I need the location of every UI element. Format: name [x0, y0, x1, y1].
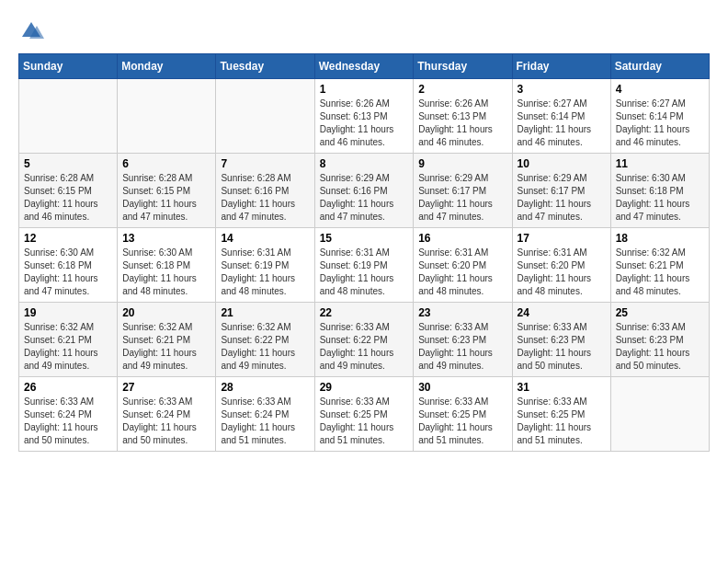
day-cell: 18Sunrise: 6:32 AMSunset: 6:21 PMDayligh…	[610, 228, 709, 303]
day-number: 11	[616, 157, 704, 170]
calendar-table: SundayMondayTuesdayWednesdayThursdayFrid…	[18, 53, 710, 452]
day-cell: 3Sunrise: 6:27 AMSunset: 6:14 PMDaylight…	[512, 79, 610, 154]
day-number: 29	[320, 381, 409, 394]
day-info: Sunrise: 6:33 AMSunset: 6:24 PMDaylight:…	[122, 396, 210, 447]
day-number: 6	[122, 157, 210, 170]
day-number: 21	[221, 306, 309, 319]
day-cell: 26Sunrise: 6:33 AMSunset: 6:24 PMDayligh…	[19, 377, 118, 452]
day-cell	[118, 79, 216, 154]
day-cell: 22Sunrise: 6:33 AMSunset: 6:22 PMDayligh…	[314, 303, 414, 377]
day-number: 10	[518, 157, 606, 170]
day-cell: 31Sunrise: 6:33 AMSunset: 6:25 PMDayligh…	[512, 377, 610, 452]
week-row-5: 26Sunrise: 6:33 AMSunset: 6:24 PMDayligh…	[19, 377, 710, 452]
day-info: Sunrise: 6:33 AMSunset: 6:23 PMDaylight:…	[418, 321, 506, 373]
calendar-body: 1Sunrise: 6:26 AMSunset: 6:13 PMDaylight…	[19, 79, 710, 452]
week-row-1: 1Sunrise: 6:26 AMSunset: 6:13 PMDaylight…	[19, 79, 710, 154]
logo-icon	[18, 18, 44, 44]
day-cell: 9Sunrise: 6:29 AMSunset: 6:17 PMDaylight…	[414, 154, 512, 228]
day-info: Sunrise: 6:30 AMSunset: 6:18 PMDaylight:…	[616, 172, 704, 224]
day-cell: 5Sunrise: 6:28 AMSunset: 6:15 PMDaylight…	[19, 154, 118, 228]
day-number: 16	[418, 232, 506, 245]
week-row-3: 12Sunrise: 6:30 AMSunset: 6:18 PMDayligh…	[19, 228, 710, 303]
day-number: 8	[320, 157, 409, 170]
day-number: 19	[24, 306, 112, 319]
day-number: 24	[518, 306, 606, 319]
day-cell: 6Sunrise: 6:28 AMSunset: 6:15 PMDaylight…	[118, 154, 216, 228]
day-info: Sunrise: 6:31 AMSunset: 6:19 PMDaylight:…	[320, 247, 409, 298]
day-cell: 8Sunrise: 6:29 AMSunset: 6:16 PMDaylight…	[314, 154, 414, 228]
day-info: Sunrise: 6:33 AMSunset: 6:23 PMDaylight:…	[616, 321, 704, 373]
day-info: Sunrise: 6:32 AMSunset: 6:21 PMDaylight:…	[122, 321, 210, 373]
day-info: Sunrise: 6:31 AMSunset: 6:20 PMDaylight:…	[518, 247, 606, 298]
day-cell: 23Sunrise: 6:33 AMSunset: 6:23 PMDayligh…	[414, 303, 512, 377]
day-number: 15	[320, 232, 409, 245]
day-cell: 19Sunrise: 6:32 AMSunset: 6:21 PMDayligh…	[19, 303, 118, 377]
day-number: 28	[221, 381, 309, 394]
day-cell: 4Sunrise: 6:27 AMSunset: 6:14 PMDaylight…	[610, 79, 709, 154]
day-number: 3	[518, 83, 606, 96]
day-cell: 15Sunrise: 6:31 AMSunset: 6:19 PMDayligh…	[314, 228, 414, 303]
day-info: Sunrise: 6:33 AMSunset: 6:22 PMDaylight:…	[320, 321, 409, 373]
day-number: 18	[616, 232, 704, 245]
day-info: Sunrise: 6:32 AMSunset: 6:21 PMDaylight:…	[616, 247, 704, 298]
day-info: Sunrise: 6:32 AMSunset: 6:21 PMDaylight:…	[24, 321, 112, 373]
day-info: Sunrise: 6:26 AMSunset: 6:13 PMDaylight:…	[418, 98, 506, 149]
day-info: Sunrise: 6:30 AMSunset: 6:18 PMDaylight:…	[122, 247, 210, 298]
day-cell: 13Sunrise: 6:30 AMSunset: 6:18 PMDayligh…	[118, 228, 216, 303]
day-info: Sunrise: 6:33 AMSunset: 6:23 PMDaylight:…	[518, 321, 606, 373]
logo	[18, 18, 48, 44]
week-row-4: 19Sunrise: 6:32 AMSunset: 6:21 PMDayligh…	[19, 303, 710, 377]
day-info: Sunrise: 6:33 AMSunset: 6:25 PMDaylight:…	[320, 396, 409, 447]
day-info: Sunrise: 6:27 AMSunset: 6:14 PMDaylight:…	[518, 98, 606, 149]
day-cell: 25Sunrise: 6:33 AMSunset: 6:23 PMDayligh…	[610, 303, 709, 377]
day-number: 12	[24, 232, 112, 245]
day-info: Sunrise: 6:30 AMSunset: 6:18 PMDaylight:…	[24, 247, 112, 298]
day-info: Sunrise: 6:29 AMSunset: 6:17 PMDaylight:…	[518, 172, 606, 224]
day-info: Sunrise: 6:32 AMSunset: 6:22 PMDaylight:…	[221, 321, 309, 373]
weekday-wednesday: Wednesday	[314, 54, 414, 79]
day-number: 31	[518, 381, 606, 394]
day-number: 9	[418, 157, 506, 170]
day-info: Sunrise: 6:28 AMSunset: 6:15 PMDaylight:…	[24, 172, 112, 224]
weekday-friday: Friday	[512, 54, 610, 79]
week-row-2: 5Sunrise: 6:28 AMSunset: 6:15 PMDaylight…	[19, 154, 710, 228]
day-cell: 1Sunrise: 6:26 AMSunset: 6:13 PMDaylight…	[314, 79, 414, 154]
day-cell: 27Sunrise: 6:33 AMSunset: 6:24 PMDayligh…	[118, 377, 216, 452]
day-cell: 29Sunrise: 6:33 AMSunset: 6:25 PMDayligh…	[314, 377, 414, 452]
day-number: 22	[320, 306, 409, 319]
day-number: 4	[616, 83, 704, 96]
day-info: Sunrise: 6:28 AMSunset: 6:16 PMDaylight:…	[221, 172, 309, 224]
day-info: Sunrise: 6:33 AMSunset: 6:24 PMDaylight:…	[221, 396, 309, 447]
day-number: 14	[221, 232, 309, 245]
day-cell: 10Sunrise: 6:29 AMSunset: 6:17 PMDayligh…	[512, 154, 610, 228]
day-number: 25	[616, 306, 704, 319]
day-cell: 16Sunrise: 6:31 AMSunset: 6:20 PMDayligh…	[414, 228, 512, 303]
day-cell: 7Sunrise: 6:28 AMSunset: 6:16 PMDaylight…	[216, 154, 314, 228]
day-number: 20	[122, 306, 210, 319]
day-info: Sunrise: 6:33 AMSunset: 6:25 PMDaylight:…	[418, 396, 506, 447]
weekday-thursday: Thursday	[414, 54, 512, 79]
day-info: Sunrise: 6:26 AMSunset: 6:13 PMDaylight:…	[320, 98, 409, 149]
day-cell: 28Sunrise: 6:33 AMSunset: 6:24 PMDayligh…	[216, 377, 314, 452]
weekday-tuesday: Tuesday	[216, 54, 314, 79]
day-number: 17	[518, 232, 606, 245]
day-cell	[610, 377, 709, 452]
weekday-header-row: SundayMondayTuesdayWednesdayThursdayFrid…	[19, 54, 710, 79]
day-info: Sunrise: 6:29 AMSunset: 6:16 PMDaylight:…	[320, 172, 409, 224]
day-cell: 24Sunrise: 6:33 AMSunset: 6:23 PMDayligh…	[512, 303, 610, 377]
day-info: Sunrise: 6:31 AMSunset: 6:20 PMDaylight:…	[418, 247, 506, 298]
day-number: 26	[24, 381, 112, 394]
day-number: 27	[122, 381, 210, 394]
day-info: Sunrise: 6:33 AMSunset: 6:24 PMDaylight:…	[24, 396, 112, 447]
day-cell: 14Sunrise: 6:31 AMSunset: 6:19 PMDayligh…	[216, 228, 314, 303]
day-info: Sunrise: 6:28 AMSunset: 6:15 PMDaylight:…	[122, 172, 210, 224]
day-cell	[19, 79, 118, 154]
day-cell: 20Sunrise: 6:32 AMSunset: 6:21 PMDayligh…	[118, 303, 216, 377]
day-cell: 2Sunrise: 6:26 AMSunset: 6:13 PMDaylight…	[414, 79, 512, 154]
day-cell: 12Sunrise: 6:30 AMSunset: 6:18 PMDayligh…	[19, 228, 118, 303]
day-number: 7	[221, 157, 309, 170]
day-cell: 11Sunrise: 6:30 AMSunset: 6:18 PMDayligh…	[610, 154, 709, 228]
weekday-monday: Monday	[118, 54, 216, 79]
day-number: 2	[418, 83, 506, 96]
day-cell	[216, 79, 314, 154]
